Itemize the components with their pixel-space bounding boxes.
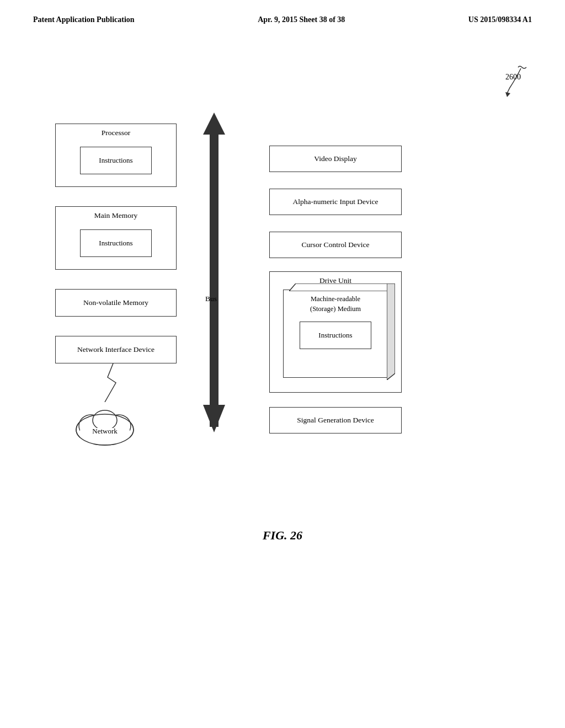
ref-arrow <box>488 63 532 107</box>
processor-label: Processor <box>102 129 131 137</box>
main-memory-box: Main Memory Instructions <box>55 206 177 270</box>
svg-marker-13 <box>387 283 395 380</box>
non-volatile-memory-label: Non-volatile Memory <box>83 298 148 307</box>
video-display-box: Video Display <box>269 146 402 172</box>
network-interface-box: Network Interface Device <box>55 336 177 363</box>
signal-generation-box: Signal Generation Device <box>269 407 402 433</box>
non-volatile-memory-box: Non-volatile Memory <box>55 289 177 317</box>
svg-marker-2 <box>203 113 225 135</box>
page-header: Patent Application Publication Apr. 9, 2… <box>0 0 565 30</box>
video-display-label: Video Display <box>314 154 357 163</box>
header-left: Patent Application Publication <box>33 15 135 24</box>
main-memory-instructions-box: Instructions <box>80 229 152 257</box>
processor-instructions-box: Instructions <box>80 147 152 174</box>
main-memory-instructions: Instructions <box>99 239 132 248</box>
machine-readable-box: Machine-readable(Storage) Medium Instruc… <box>283 290 388 378</box>
drive-instructions: Instructions <box>318 331 352 340</box>
header-middle: Apr. 9, 2015 Sheet 38 of 38 <box>258 15 345 24</box>
signal-generation-label: Signal Generation Device <box>297 416 374 425</box>
header-right: US 2015/098334 A1 <box>468 15 532 24</box>
fig-label: FIG. 26 <box>263 528 302 543</box>
alpha-numeric-label: Alpha-numeric Input Device <box>292 197 378 206</box>
alpha-numeric-box: Alpha-numeric Input Device <box>269 189 402 215</box>
svg-text:Network: Network <box>92 427 118 435</box>
svg-marker-4 <box>203 405 225 432</box>
processor-instructions: Instructions <box>99 156 132 165</box>
svg-marker-12 <box>289 283 388 291</box>
processor-box: Processor Instructions <box>55 124 177 187</box>
bus-label: Bus <box>205 295 217 303</box>
diagram-area: 2600 Bus Processor Instructions Main Mem… <box>0 35 565 576</box>
cursor-control-label: Cursor Control Device <box>302 240 370 249</box>
drive-unit-box: Drive Unit Machine-readable(Storage) Med… <box>269 271 402 393</box>
machine-readable-label: Machine-readable(Storage) Medium <box>310 295 361 314</box>
drive-instructions-box: Instructions <box>300 322 371 349</box>
network-interface-label: Network Interface Device <box>77 345 154 354</box>
main-memory-label: Main Memory <box>94 211 137 220</box>
bus-arrow-up <box>198 107 231 449</box>
network-zigzag <box>97 363 130 402</box>
network-cloud: Network <box>66 399 143 449</box>
cursor-control-box: Cursor Control Device <box>269 232 402 258</box>
3d-top-face <box>289 283 388 291</box>
svg-marker-0 <box>505 92 510 97</box>
3d-right-face <box>387 283 395 380</box>
